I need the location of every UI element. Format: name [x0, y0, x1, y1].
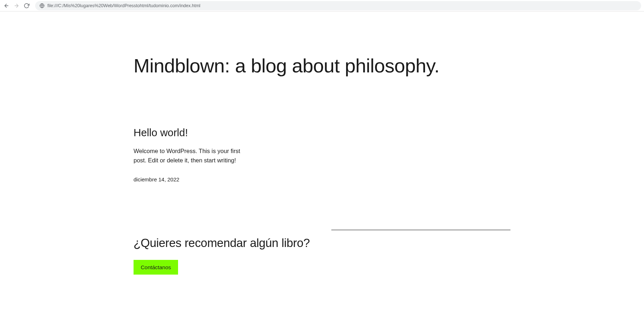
- cta-title: ¿Quieres recomendar algún libro?: [134, 236, 310, 250]
- post-excerpt: Welcome to WordPress. This is your first…: [134, 147, 252, 165]
- post-title[interactable]: Hello world!: [134, 127, 510, 139]
- url-text: file:///C:/Mis%20lugares%20Web/WordPress…: [47, 3, 200, 8]
- cta-section: ¿Quieres recomendar algún libro? Contáct…: [134, 236, 510, 275]
- horizontal-divider: [331, 230, 510, 230]
- back-button[interactable]: [3, 2, 10, 9]
- address-bar[interactable]: file:///C:/Mis%20lugares%20Web/WordPress…: [35, 1, 641, 10]
- reload-button[interactable]: [23, 2, 30, 9]
- page-title: Mindblown: a blog about philosophy.: [134, 54, 510, 77]
- post: Hello world! Welcome to WordPress. This …: [134, 127, 510, 182]
- forward-button[interactable]: [13, 2, 20, 9]
- contact-button[interactable]: Contáctanos: [134, 260, 178, 275]
- browser-toolbar: file:///C:/Mis%20lugares%20Web/WordPress…: [0, 0, 644, 11]
- page-content: Mindblown: a blog about philosophy. Hell…: [134, 54, 510, 289]
- post-date: diciembre 14, 2022: [134, 176, 510, 182]
- globe-icon: [39, 3, 45, 8]
